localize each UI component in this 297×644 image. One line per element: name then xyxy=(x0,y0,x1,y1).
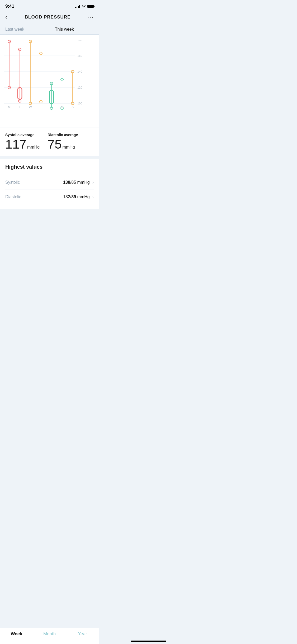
diastolic-value: 75 mmHg xyxy=(48,138,78,151)
status-icons xyxy=(75,4,94,8)
systolic-row-right: 138/85 mmHg › xyxy=(63,180,94,185)
systolic-stat: Systolic average 117 mmHg xyxy=(5,133,40,151)
chart-area: 180 160 140 120 100 xyxy=(0,35,99,127)
systolic-number: 117 xyxy=(5,138,26,151)
systolic-row[interactable]: Systolic 138/85 mmHg › xyxy=(5,175,94,190)
svg-text:140: 140 xyxy=(77,70,82,73)
svg-text:T: T xyxy=(40,105,42,109)
diastolic-chevron-icon: › xyxy=(92,195,94,199)
systolic-value: 117 mmHg xyxy=(5,138,40,151)
status-time: 9:41 xyxy=(5,4,14,9)
systolic-row-label: Systolic xyxy=(5,180,20,185)
svg-text:W: W xyxy=(29,105,32,109)
svg-text:180: 180 xyxy=(77,40,82,42)
chart-svg: 180 160 140 120 100 xyxy=(4,40,86,114)
svg-text:160: 160 xyxy=(77,54,82,57)
diastolic-unit: mmHg xyxy=(63,145,75,150)
header: ‹ BLOOD PRESSURE ··· xyxy=(0,11,99,24)
svg-text:M: M xyxy=(8,105,11,109)
systolic-unit: mmHg xyxy=(27,145,40,150)
svg-text:T: T xyxy=(19,105,21,109)
highest-values-title: Highest values xyxy=(5,164,94,170)
status-bar: 9:41 xyxy=(0,0,99,11)
page-title: BLOOD PRESSURE xyxy=(25,15,71,20)
signal-icon xyxy=(75,5,80,8)
highest-values-section: Highest values Systolic 138/85 mmHg › Di… xyxy=(0,159,99,209)
back-button[interactable]: ‹ xyxy=(5,14,7,21)
week-tabs: Last week This week xyxy=(0,24,99,35)
tab-this-week[interactable]: This week xyxy=(30,24,99,34)
more-button[interactable]: ··· xyxy=(88,15,94,20)
svg-text:100: 100 xyxy=(77,102,82,105)
svg-text:120: 120 xyxy=(77,86,82,89)
wifi-icon xyxy=(82,4,86,8)
svg-text:S: S xyxy=(72,105,74,109)
battery-icon xyxy=(87,5,94,8)
diastolic-label: Diastolic average xyxy=(48,133,78,137)
diastolic-row[interactable]: Diastolic 132/89 mmHg › xyxy=(5,190,94,204)
systolic-reading: 138/85 mmHg xyxy=(63,180,90,185)
stats-area: Systolic average 117 mmHg Diastolic aver… xyxy=(0,127,99,156)
svg-text:S: S xyxy=(61,105,63,109)
diastolic-number: 75 xyxy=(48,138,62,151)
diastolic-stat: Diastolic average 75 mmHg xyxy=(48,133,78,151)
systolic-chevron-icon: › xyxy=(92,180,94,185)
tab-last-week[interactable]: Last week xyxy=(0,24,30,34)
systolic-label: Systolic average xyxy=(5,133,40,137)
diastolic-reading: 132/89 mmHg xyxy=(63,195,90,199)
svg-text:F: F xyxy=(50,105,52,109)
diastolic-row-label: Diastolic xyxy=(5,195,21,199)
diastolic-row-right: 132/89 mmHg › xyxy=(63,195,94,199)
chart-container: 180 160 140 120 100 xyxy=(3,40,96,125)
